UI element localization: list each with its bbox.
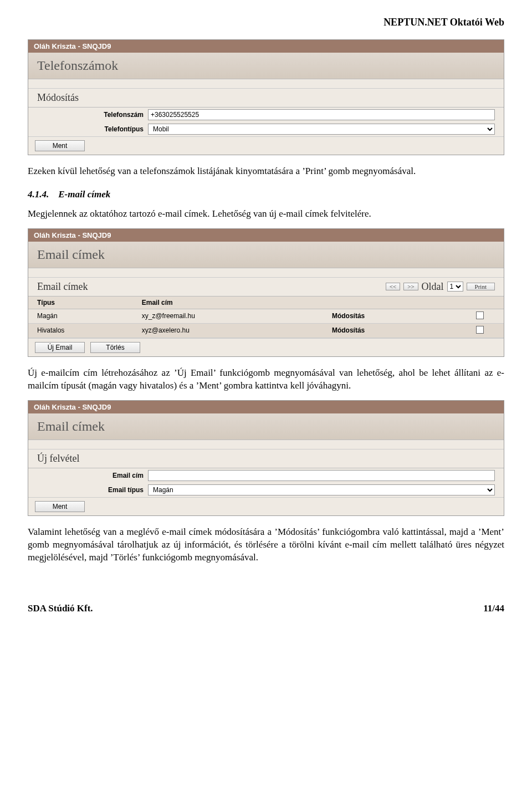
label-email-tipus: Email típus bbox=[37, 486, 148, 494]
table-row: Hivatalos xyz@axelero.hu Módosítás bbox=[28, 323, 504, 338]
cell-email: xy_z@freemail.hu bbox=[133, 309, 323, 323]
save-button[interactable]: Ment bbox=[35, 501, 85, 512]
footer-company: SDA Stúdió Kft. bbox=[28, 603, 93, 614]
paragraph-modify-delete: Valamint lehetőség van a meglévő e-mail … bbox=[28, 526, 504, 564]
table-row: Magán xy_z@freemail.hu Módosítás bbox=[28, 309, 504, 323]
section-title-ujfelvetel: Új felvétel bbox=[28, 449, 504, 468]
delete-button[interactable]: Törlés bbox=[90, 342, 140, 353]
footer-page-number: 11/44 bbox=[483, 603, 504, 614]
panel-title: Email címek bbox=[28, 413, 504, 440]
list-title: Email címek bbox=[37, 281, 88, 293]
email-table: Típus Email cím Magán xy_z@freemail.hu M… bbox=[28, 296, 504, 338]
page-header: NEPTUN.NET Oktatói Web bbox=[28, 17, 504, 28]
col-tipus: Típus bbox=[28, 296, 133, 309]
cell-email: xyz@axelero.hu bbox=[133, 323, 323, 338]
window-titlebar: Oláh Kriszta - SNQJD9 bbox=[28, 401, 504, 413]
pager-next[interactable]: >> bbox=[403, 283, 418, 290]
paragraph-new-email: Új e-mailcím cím létrehozásához az ’Új E… bbox=[28, 367, 504, 392]
label-email-cim: Email cím bbox=[37, 472, 148, 479]
new-email-button[interactable]: Új Email bbox=[35, 342, 85, 353]
modify-button[interactable]: Módosítás bbox=[332, 326, 365, 334]
cell-type: Magán bbox=[28, 309, 133, 323]
col-email: Email cím bbox=[133, 296, 323, 309]
print-button[interactable]: Print bbox=[467, 283, 495, 290]
paragraph-email-intro: Megjelennek az oktatóhoz tartozó e-mail … bbox=[28, 208, 504, 221]
save-button[interactable]: Ment bbox=[35, 140, 85, 151]
modify-button[interactable]: Módosítás bbox=[332, 312, 365, 320]
section-num: 4.1.4. bbox=[28, 189, 49, 200]
input-telefonszam[interactable] bbox=[148, 109, 495, 120]
panel-title: Email címek bbox=[28, 242, 504, 268]
select-telefontipus[interactable]: Mobil bbox=[148, 124, 495, 135]
page-footer: SDA Stúdió Kft. 11/44 bbox=[28, 603, 504, 614]
select-email-tipus[interactable]: Magán bbox=[148, 484, 495, 495]
label-telefonszam: Telefonszám bbox=[37, 111, 148, 119]
row-checkbox[interactable] bbox=[476, 326, 484, 334]
screenshot-email-list: Oláh Kriszta - SNQJD9 Email címek Email … bbox=[28, 228, 504, 357]
cell-type: Hivatalos bbox=[28, 323, 133, 338]
paragraph-print-info: Ezeken kívül lehetőség van a telefonszám… bbox=[28, 165, 504, 178]
section-title-modositas: Módosítás bbox=[28, 88, 504, 107]
pager-label: Oldal bbox=[422, 281, 444, 293]
panel-title: Telefonszámok bbox=[28, 53, 504, 79]
pager-prev[interactable]: << bbox=[386, 283, 400, 290]
section-title: E-mail címek bbox=[58, 189, 110, 200]
screenshot-email-new: Oláh Kriszta - SNQJD9 Email címek Új fel… bbox=[28, 400, 504, 516]
pager-page-select[interactable]: 1 bbox=[447, 282, 463, 292]
row-checkbox[interactable] bbox=[476, 311, 484, 319]
screenshot-telefonszamok: Oláh Kriszta - SNQJD9 Telefonszámok Módo… bbox=[28, 39, 504, 155]
input-email-cim[interactable] bbox=[148, 470, 495, 481]
window-titlebar: Oláh Kriszta - SNQJD9 bbox=[28, 40, 504, 53]
label-telefontipus: Telefontípus bbox=[37, 125, 148, 133]
window-titlebar: Oláh Kriszta - SNQJD9 bbox=[28, 229, 504, 242]
section-number-414: 4.1.4. E-mail címek bbox=[28, 189, 504, 200]
